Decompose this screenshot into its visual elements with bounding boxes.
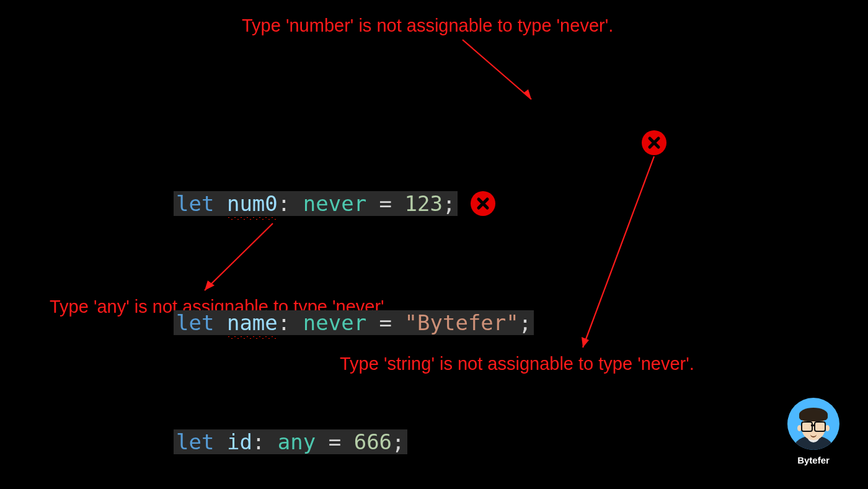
- keyword-let: let: [176, 191, 214, 216]
- author-avatar-icon: [787, 398, 839, 450]
- type-never: never: [303, 191, 366, 216]
- type-any: any: [278, 429, 316, 454]
- svg-marker-3: [582, 337, 589, 348]
- literal-666: 666: [354, 429, 392, 454]
- author-badge: Bytefer: [787, 398, 839, 465]
- type-never: never: [303, 310, 366, 335]
- svg-marker-1: [523, 89, 531, 99]
- keyword-let: let: [176, 310, 214, 335]
- svg-line-2: [583, 156, 654, 348]
- svg-line-0: [463, 40, 531, 99]
- var-id: id: [227, 429, 252, 454]
- slide-canvas: Type 'number' is not assignable to type …: [0, 0, 868, 489]
- code-line-2: let id: any = 666;: [174, 427, 534, 457]
- code-line-0: let num0: never = 123;: [174, 189, 534, 218]
- literal-bytefer: "Bytefer": [405, 310, 519, 335]
- author-name: Bytefer: [787, 455, 839, 465]
- code-block: let num0: never = 123; let name: never =…: [174, 99, 534, 489]
- var-num0: num0: [227, 189, 278, 218]
- literal-123: 123: [405, 191, 443, 216]
- var-name: name: [227, 308, 278, 338]
- error-badge-icon: [471, 191, 495, 216]
- error-badge-icon: [642, 130, 666, 155]
- code-line-1: let name: never = "Bytefer";: [174, 308, 534, 338]
- annotation-number-error: Type 'number' is not assignable to type …: [242, 16, 613, 36]
- keyword-let: let: [176, 429, 214, 454]
